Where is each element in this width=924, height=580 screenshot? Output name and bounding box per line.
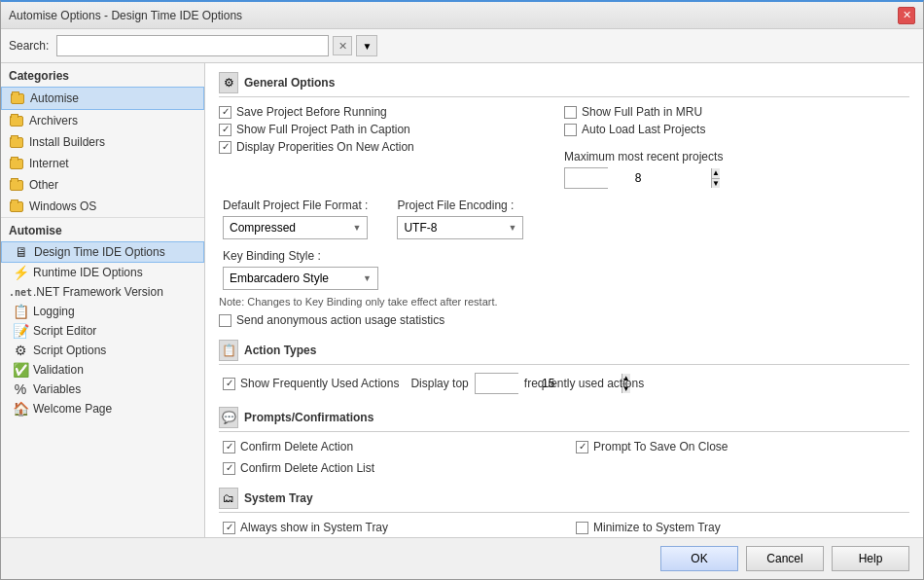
max-recent-input[interactable] <box>565 168 711 188</box>
general-options-left: Save Project Before Running Show Full Pr… <box>219 105 564 189</box>
search-clear-button[interactable]: ✕ <box>333 36 352 55</box>
keybinding-row: Key Binding Style : Embarcadero Style ▼ <box>219 249 909 290</box>
action-types-options: Show Frequently Used Actions Display top… <box>219 373 909 394</box>
option-always-show: Always show in System Tray <box>223 521 556 534</box>
submenu-dotnet[interactable]: .net .NET Framework Version <box>1 282 204 302</box>
search-input[interactable] <box>56 35 329 56</box>
submenu-label: Logging <box>33 305 75 318</box>
submenu-runtime[interactable]: ⚡ Runtime IDE Options <box>1 263 204 282</box>
sidebar-item-internet[interactable]: Internet <box>1 153 204 174</box>
display-top-spinbox[interactable]: ▲ ▼ <box>475 373 518 394</box>
sidebar-item-label: Internet <box>29 157 69 170</box>
frequently-suffix: frequently used actions <box>524 377 644 390</box>
checkbox-prompt-save[interactable] <box>576 441 588 453</box>
ok-button[interactable]: OK <box>660 546 738 571</box>
submenu-label: Variables <box>33 382 81 396</box>
search-label: Search: <box>9 39 49 53</box>
submenu-label: Script Editor <box>33 324 96 338</box>
submenu-variables[interactable]: % Variables <box>1 380 204 399</box>
footer: OK Cancel Help <box>1 537 923 579</box>
ok-label: OK <box>691 552 707 565</box>
window-title: Automise Options - Design Time IDE Optio… <box>9 9 242 22</box>
general-options-icon: ⚙ <box>219 73 238 92</box>
checkbox-auto-load[interactable] <box>219 141 231 154</box>
checkbox-display-properties[interactable] <box>219 124 231 136</box>
submenu-label: Runtime IDE Options <box>33 266 143 279</box>
search-options-button[interactable]: ▼ <box>356 35 377 56</box>
option-save-project: Save Project Before Running <box>219 105 564 119</box>
label-always-show: Always show in System Tray <box>240 521 388 534</box>
submenu-script-editor[interactable]: 📝 Script Editor <box>1 321 204 341</box>
anon-row: Send anonymous action usage statistics <box>219 313 909 327</box>
keybinding-label: Key Binding Style : <box>223 249 321 263</box>
checkbox-confirm-delete[interactable] <box>223 441 235 453</box>
encoding-select[interactable]: UTF-8 ▼ <box>397 216 523 239</box>
prompts-title: Prompts/Confirmations <box>244 411 373 424</box>
encoding-arrow: ▼ <box>508 223 516 233</box>
main-content: Categories Automise Archivers Install Bu… <box>1 63 923 537</box>
display-top-row: Display top ▲ ▼ frequently used actions <box>410 373 644 394</box>
checkbox-anon[interactable] <box>219 314 231 327</box>
cancel-button[interactable]: Cancel <box>746 546 824 571</box>
dotnet-icon: .net <box>13 284 28 300</box>
encoding-label: Project File Encoding : <box>397 199 523 212</box>
label-prompt-save: Prompt To Save On Close <box>593 440 729 453</box>
sidebar-item-windows-os[interactable]: Windows OS <box>1 196 204 217</box>
encoding-value: UTF-8 <box>404 221 437 235</box>
close-button[interactable]: ✕ <box>898 7 915 24</box>
system-tray-title: System Tray <box>244 491 313 505</box>
checkbox-confirm-delete-list[interactable] <box>223 462 235 475</box>
label-display-properties: Show Full Project Path in Caption <box>236 123 410 136</box>
logging-icon: 📋 <box>13 304 28 319</box>
left-panel: Categories Automise Archivers Install Bu… <box>1 63 205 537</box>
checkbox-minimize-to[interactable] <box>576 522 588 534</box>
max-recent-label: Maximum most recent projects <box>564 150 909 163</box>
design-time-icon: 🖥 <box>14 244 29 260</box>
submenu-validation[interactable]: ✅ Validation <box>1 360 204 380</box>
sidebar-item-install-builders[interactable]: Install Builders <box>1 131 204 153</box>
system-tray-section: 🗂 System Tray Always show in System Tray… <box>219 489 909 534</box>
variables-icon: % <box>13 381 28 397</box>
general-options-right: Show Full Path in MRU Auto Load Last Pro… <box>564 105 909 189</box>
sidebar-item-label: Windows OS <box>29 199 96 213</box>
title-bar: Automise Options - Design Time IDE Optio… <box>1 2 923 29</box>
action-types-title: Action Types <box>244 344 316 357</box>
submenu-label: Validation <box>33 363 84 377</box>
checkbox-always-show[interactable] <box>223 522 235 534</box>
format-value: Compressed <box>230 221 296 235</box>
max-recent-spinbox[interactable]: ▲ ▼ <box>564 167 608 189</box>
sidebar-item-other[interactable]: Other <box>1 174 204 196</box>
submenu-design-time[interactable]: 🖥 Design Time IDE Options <box>1 241 204 263</box>
prompts-section: 💬 Prompts/Confirmations Confirm Delete A… <box>219 408 909 475</box>
max-recent-group: Maximum most recent projects ▲ ▼ <box>564 150 909 189</box>
sidebar-item-archivers[interactable]: Archivers <box>1 110 204 131</box>
submenu-label: Script Options <box>33 344 106 357</box>
checkbox-save-project[interactable] <box>219 106 231 119</box>
sidebar-item-automise[interactable]: Automise <box>1 87 204 110</box>
spinbox-up[interactable]: ▲ <box>712 168 720 179</box>
archivers-icon <box>9 113 24 128</box>
option-confirm-delete-list: Confirm Delete Action List <box>223 461 556 475</box>
automise-icon <box>10 91 25 106</box>
help-button[interactable]: Help <box>832 546 909 571</box>
submenu-script-options[interactable]: ⚙ Script Options <box>1 341 204 360</box>
max-recent-row: ▲ ▼ <box>564 167 909 189</box>
keybinding-select[interactable]: Embarcadero Style ▼ <box>223 267 378 290</box>
label-confirm-delete-list: Confirm Delete Action List <box>240 461 374 475</box>
checkbox-show-full-mru[interactable] <box>564 124 577 136</box>
submenu-logging[interactable]: 📋 Logging <box>1 302 204 321</box>
keybinding-value: Embarcadero Style <box>230 272 329 285</box>
checkbox-show-frequently[interactable] <box>223 378 235 390</box>
general-options-header: ⚙ General Options <box>219 73 909 97</box>
submenu-label: Welcome Page <box>33 402 112 416</box>
spinbox-down[interactable]: ▼ <box>712 179 720 189</box>
format-label: Default Project File Format : <box>223 199 368 212</box>
action-types-section: 📋 Action Types Show Frequently Used Acti… <box>219 341 909 394</box>
runtime-icon: ⚡ <box>13 265 28 280</box>
format-select[interactable]: Compressed ▼ <box>223 216 368 239</box>
checkbox-show-full-caption[interactable] <box>564 106 577 119</box>
submenu-welcome-page[interactable]: 🏠 Welcome Page <box>1 399 204 418</box>
sidebar-item-label: Install Builders <box>29 135 105 149</box>
script-editor-icon: 📝 <box>13 323 28 339</box>
validation-icon: ✅ <box>13 362 28 378</box>
